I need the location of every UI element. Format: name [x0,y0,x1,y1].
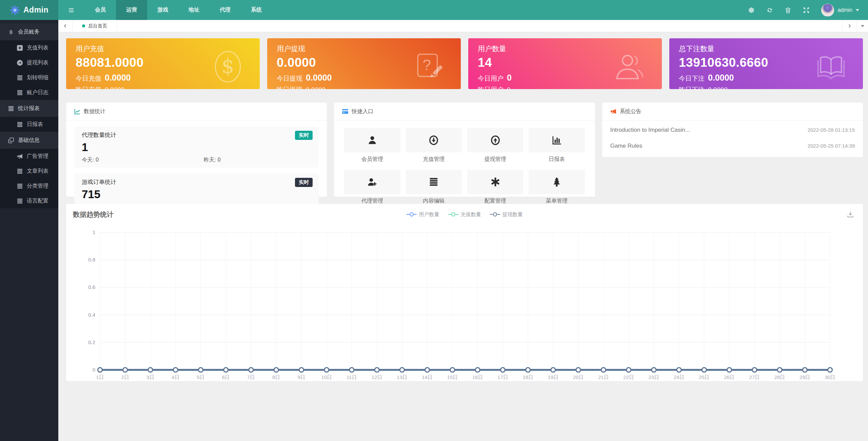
svg-text:23日: 23日 [648,374,659,380]
top-navbar: Admin 会员 运营 游戏 地址 代理 系统 [0,0,868,20]
tab-bar: 后台首页 [58,20,868,32]
panel-title: 数据统计 [84,108,105,115]
svg-text:26日: 26日 [724,374,735,380]
line-chart-icon [74,108,80,114]
user-plus-icon [367,177,377,187]
btc-icon: ฿ [8,29,14,35]
legend-marker-icon [448,212,458,217]
file-question-icon: ? [413,49,445,84]
list-icon [17,183,23,189]
sidebar-group-member-accounts[interactable]: ฿ 会员账务 [0,23,58,40]
main-menu: 会员 运营 游戏 地址 代理 系统 [58,0,272,20]
nav-item-system[interactable]: 系统 [241,0,272,20]
hamburger-menu-button[interactable] [58,0,85,20]
sidebar-item-withdraw-list[interactable]: 提现列表 [0,55,58,70]
legend-recharge-count[interactable]: 充值数量 [448,211,481,218]
nav-item-game[interactable]: 游戏 [147,0,178,20]
sidebar-item-recharge-list[interactable]: 充值列表 [0,40,58,55]
svg-text:6日: 6日 [222,374,230,380]
navbar-actions: admin [748,0,868,20]
game-order-value: 715 [82,188,311,201]
tab-scroll-left-button[interactable] [58,20,73,32]
tree-icon [552,177,562,187]
list-icon [17,90,23,96]
sidebar-item-language-config[interactable]: 语言配置 [0,193,58,208]
dollar-circle-icon: $ [212,49,243,84]
realtime-badge: 实时 [295,178,313,187]
sidebar-item-transfer-detail[interactable]: 划转明细 [0,70,58,85]
svg-text:13日: 13日 [397,374,408,380]
quick-entry-menu-management[interactable]: 菜单管理 [529,170,585,205]
nav-item-address[interactable]: 地址 [178,0,210,20]
active-tab-dot [82,24,85,27]
user-menu[interactable]: admin [821,4,859,17]
list-icon [17,198,23,204]
tab-home[interactable]: 后台首页 [73,20,117,32]
list-icon [17,168,23,174]
chart-legend: 用户数量 充值数量 提现数量 [66,204,863,225]
fullscreen-icon[interactable] [803,7,810,14]
bars-icon [429,177,439,187]
sidebar-item-daily-report[interactable]: 日报表 [0,117,58,132]
quick-entry-member-management[interactable]: 会员管理 [344,128,400,163]
brand-logo[interactable]: Admin [0,0,58,20]
quick-entry-grid: 会员管理 充值管理 提现管理 日报表 [334,121,595,205]
svg-text:10日: 10日 [321,374,332,380]
stat-card-total-bets[interactable]: 总下注数量 13910630.6660 今日下注0.0000 昨日下注0.000… [669,38,863,89]
svg-text:8日: 8日 [272,374,280,380]
panel-title: 系统公告 [620,108,642,115]
nav-item-member[interactable]: 会员 [85,0,116,20]
stat-card-user-withdraw[interactable]: 用户提现 0.0000 今日提现0.0000 昨日提现0.0000 ? [267,38,461,89]
sidebar-item-category-management[interactable]: 分类管理 [0,178,58,193]
tab-options-button[interactable] [856,20,868,32]
announcement-item[interactable]: Game Rules 2022-05-25 07:14:39 [610,138,855,154]
refresh-icon[interactable] [766,7,773,14]
legend-user-count[interactable]: 用户数量 [407,211,439,218]
svg-text:15日: 15日 [447,374,458,380]
quick-entry-agent-management[interactable]: 代理管理 [344,170,400,205]
announcement-item[interactable]: Introduction to Imperial Casin... 2022-0… [610,122,855,138]
sidebar-group-statistics-report[interactable]: 统计报表 [0,100,58,117]
nav-item-agent[interactable]: 代理 [210,0,241,20]
data-statistics-panel: 数据统计 代理数量统计 实时 1 今天: 0 昨天: 0 游戏订单统计 实时 [66,103,327,197]
stat-card-user-count[interactable]: 用户数量 14 今日用户0 昨日用户0 [468,38,662,89]
book-open-icon [815,49,847,84]
quick-entry-content-edit[interactable]: 内容编辑 [406,170,462,205]
quick-entry-daily-report[interactable]: 日报表 [529,128,585,163]
svg-text:3日: 3日 [146,374,154,380]
nav-item-operation[interactable]: 运营 [116,0,147,20]
users-icon [614,49,646,84]
quick-entry-config-management[interactable]: 配置管理 [467,170,523,205]
clone-icon [8,138,14,143]
svg-text:16日: 16日 [472,374,483,380]
trash-icon[interactable] [785,7,791,14]
tab-scroll-right-button[interactable] [842,20,856,32]
legend-withdraw-count[interactable]: 提现数量 [490,211,523,218]
stat-card-user-recharge[interactable]: 用户充值 88081.0000 今日充值0.0000 昨日充值0.0000 $ [66,38,260,89]
svg-text:9日: 9日 [297,374,305,380]
quick-entry-withdraw-management[interactable]: 提现管理 [467,128,523,163]
hexagon-icon[interactable] [748,7,755,14]
svg-text:20日: 20日 [573,374,584,380]
quick-entry-recharge-management[interactable]: 充值管理 [406,128,462,163]
credit-card-icon [342,108,348,114]
bullhorn-icon [610,108,616,114]
sidebar-group-basic-info[interactable]: 基础信息 [0,132,58,149]
chart-header: 数据趋势统计 用户数量 充值数量 [66,204,863,225]
svg-text:14日: 14日 [422,374,433,380]
user-avatar [821,4,834,17]
list-icon [17,122,23,127]
svg-text:22日: 22日 [623,374,634,380]
gear-logo-icon [10,5,20,15]
sidebar-item-account-log[interactable]: 账户日志 [0,85,58,100]
svg-text:25日: 25日 [699,374,710,380]
caret-down-icon [856,9,859,11]
svg-text:5日: 5日 [197,374,204,380]
bar-chart-icon [552,135,562,145]
sidebar-item-article-list[interactable]: 文章列表 [0,164,58,178]
sidebar-item-ad-management[interactable]: 广告管理 [0,149,58,164]
trend-chart: 00.20.40.60.811日2日3日4日5日6日7日8日9日10日11日12… [66,225,863,381]
svg-text:7日: 7日 [247,374,255,380]
download-icon[interactable] [847,211,854,218]
user-icon [367,135,377,145]
